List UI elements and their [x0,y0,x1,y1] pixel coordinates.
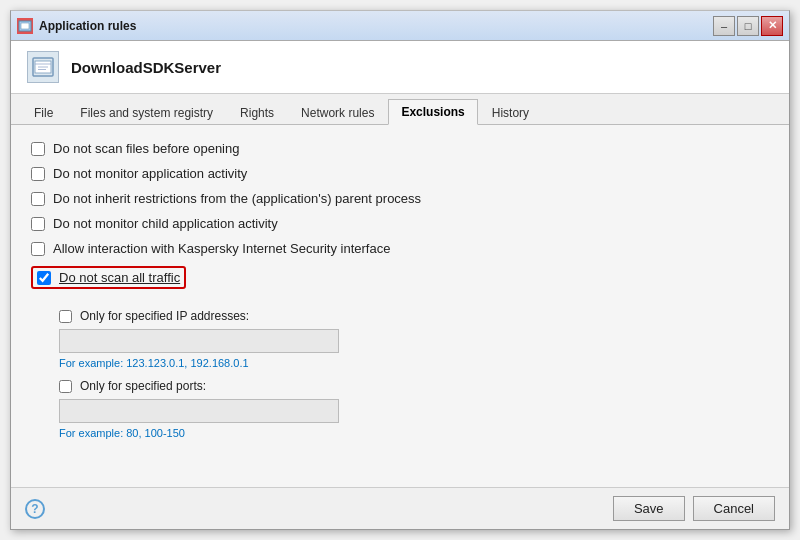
checkbox-row-no-monitor-activity: Do not monitor application activity [31,166,769,181]
example-ip: For example: 123.123.0.1, 192.168.0.1 [59,357,769,369]
input-ports[interactable] [59,399,339,423]
tabs-bar: File Files and system registry Rights Ne… [11,94,789,125]
title-bar: Application rules – □ ✕ [11,11,789,41]
checkbox-no-scan-traffic[interactable] [37,271,51,285]
app-header: DownloadSDKServer [11,41,789,94]
tab-file[interactable]: File [21,100,66,125]
checkbox-no-monitor-child[interactable] [31,217,45,231]
tab-rights[interactable]: Rights [227,100,287,125]
maximize-button[interactable]: □ [737,16,759,36]
sub-row-ip: Only for specified IP addresses: [59,309,769,323]
tab-files-registry[interactable]: Files and system registry [67,100,226,125]
input-ip-addresses[interactable] [59,329,339,353]
label-no-monitor-activity[interactable]: Do not monitor application activity [53,166,247,181]
footer: ? Save Cancel [11,487,789,529]
checkbox-no-inherit[interactable] [31,192,45,206]
svg-rect-1 [21,23,29,29]
sub-options-section: Only for specified IP addresses: For exa… [59,309,769,439]
checkbox-row-no-inherit: Do not inherit restrictions from the (ap… [31,191,769,206]
cancel-button[interactable]: Cancel [693,496,775,521]
label-ip-addresses[interactable]: Only for specified IP addresses: [80,309,249,323]
traffic-checkbox-container: Do not scan all traffic [31,266,769,299]
checkbox-allow-kaspersky[interactable] [31,242,45,256]
label-no-monitor-child[interactable]: Do not monitor child application activit… [53,216,278,231]
label-no-scan-files[interactable]: Do not scan files before opening [53,141,239,156]
app-name: DownloadSDKServer [71,59,221,76]
checkbox-no-scan-files[interactable] [31,142,45,156]
application-rules-window: Application rules – □ ✕ DownloadSDKServe… [10,10,790,530]
content-area: Do not scan files before opening Do not … [11,125,789,487]
app-icon [27,51,59,83]
footer-left: ? [25,499,45,519]
highlighted-traffic-row: Do not scan all traffic [31,266,186,289]
label-no-scan-traffic[interactable]: Do not scan all traffic [59,270,180,285]
tab-history[interactable]: History [479,100,542,125]
title-buttons: – □ ✕ [713,16,783,36]
label-allow-kaspersky[interactable]: Allow interaction with Kaspersky Interne… [53,241,390,256]
minimize-button[interactable]: – [713,16,735,36]
label-ports[interactable]: Only for specified ports: [80,379,206,393]
checkbox-no-monitor-activity[interactable] [31,167,45,181]
window-title: Application rules [39,19,713,33]
tab-network-rules[interactable]: Network rules [288,100,387,125]
title-bar-icon [17,18,33,34]
checkbox-row-no-monitor-child: Do not monitor child application activit… [31,216,769,231]
save-button[interactable]: Save [613,496,685,521]
checkbox-ip-addresses[interactable] [59,310,72,323]
checkbox-ports[interactable] [59,380,72,393]
label-no-inherit[interactable]: Do not inherit restrictions from the (ap… [53,191,421,206]
footer-buttons: Save Cancel [613,496,775,521]
help-button[interactable]: ? [25,499,45,519]
tab-exclusions[interactable]: Exclusions [388,99,477,125]
example-ports: For example: 80, 100-150 [59,427,769,439]
sub-row-ports: Only for specified ports: [59,379,769,393]
checkbox-row-no-scan-files: Do not scan files before opening [31,141,769,156]
close-button[interactable]: ✕ [761,16,783,36]
checkbox-row-allow-kaspersky: Allow interaction with Kaspersky Interne… [31,241,769,256]
